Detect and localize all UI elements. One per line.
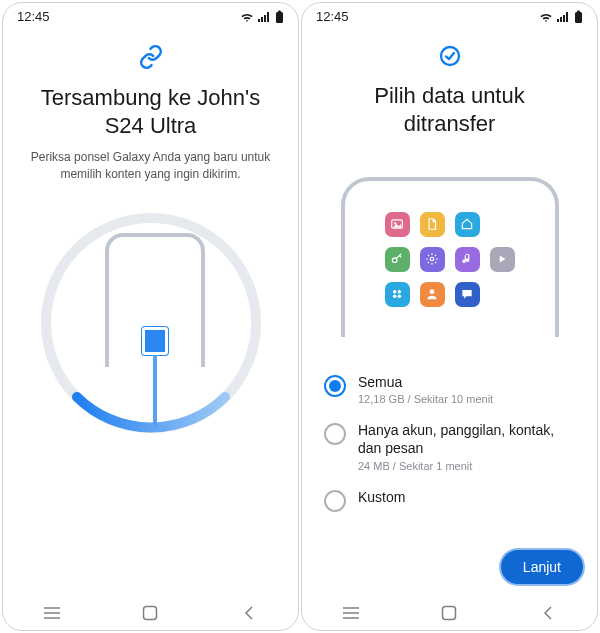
svg-point-23 [393,295,397,299]
status-icons [539,10,583,24]
app-icon-chat [455,282,480,307]
page-subtitle: Periksa ponsel Galaxy Anda yang baru unt… [29,149,272,183]
app-icon-play [490,247,515,272]
option-1[interactable]: Hanya akun, panggilan, kontak, dan pesan… [320,413,579,479]
page-title: Tersambung ke John's S24 Ultra [29,84,272,139]
nav-bar [3,596,298,630]
svg-rect-9 [144,607,157,620]
page-title: Pilih data untuk ditransfer [328,82,571,137]
next-button[interactable]: Lanjut [501,550,583,584]
app-icon-home [455,212,480,237]
screen-select-data: 12:45 Pilih data untuk ditransfer Semua1… [301,2,598,631]
svg-rect-14 [575,12,582,23]
svg-rect-29 [443,607,456,620]
signal-icon [557,11,570,23]
nav-recents[interactable] [331,606,371,620]
nav-home[interactable] [429,605,469,621]
statusbar: 12:45 [302,3,597,26]
app-icon-grid [385,282,410,307]
app-icon-settings [420,247,445,272]
app-icon-gallery [385,212,410,237]
svg-point-24 [398,295,402,299]
nav-home[interactable] [130,605,170,621]
svg-point-25 [430,289,435,294]
option-desc: 12,18 GB / Sekitar 10 menit [358,393,493,405]
statusbar: 12:45 [3,3,298,26]
svg-point-21 [393,290,397,294]
radio-button[interactable] [324,375,346,397]
option-2[interactable]: Kustom [320,480,579,520]
svg-rect-10 [557,19,559,22]
svg-rect-11 [560,17,562,22]
svg-point-16 [441,47,459,65]
option-0[interactable]: Semua12,18 GB / Sekitar 10 menit [320,365,579,413]
radio-button[interactable] [324,490,346,512]
svg-point-19 [392,258,397,263]
svg-point-18 [394,222,396,224]
app-icon-empty1 [490,212,515,237]
svg-rect-5 [278,10,281,12]
app-icon-contact [420,282,445,307]
option-label: Kustom [358,488,405,506]
nav-back[interactable] [528,605,568,621]
signal-icon [258,11,271,23]
wifi-icon [539,11,553,23]
wifi-icon [240,11,254,23]
svg-rect-12 [563,15,565,22]
svg-point-20 [430,257,434,261]
nav-bar [302,596,597,630]
svg-rect-1 [261,17,263,22]
connection-illustration [41,213,261,433]
battery-icon [574,10,583,24]
app-icon-empty2 [490,282,515,307]
clock: 12:45 [316,9,349,24]
battery-icon [275,10,284,24]
options-list: Semua12,18 GB / Sekitar 10 menitHanya ak… [320,365,579,520]
clock: 12:45 [17,9,50,24]
link-icon [138,44,164,70]
nav-recents[interactable] [32,606,72,620]
svg-point-22 [398,290,402,294]
app-icon-files [420,212,445,237]
svg-rect-4 [276,12,283,23]
app-icon-keys [385,247,410,272]
screen-connected: 12:45 Tersambung ke John's S24 Ultra Per… [2,2,299,631]
svg-rect-13 [566,12,568,22]
option-label: Semua [358,373,493,391]
option-desc: 24 MB / Sekitar 1 menit [358,460,575,472]
check-icon [438,44,462,68]
status-icons [240,10,284,24]
svg-rect-15 [577,10,580,12]
option-label: Hanya akun, panggilan, kontak, dan pesan [358,421,575,457]
nav-back[interactable] [229,605,269,621]
radio-button[interactable] [324,423,346,445]
svg-rect-0 [258,19,260,22]
apps-illustration [341,177,559,337]
svg-rect-2 [264,15,266,22]
app-icon-music [455,247,480,272]
svg-rect-3 [267,12,269,22]
